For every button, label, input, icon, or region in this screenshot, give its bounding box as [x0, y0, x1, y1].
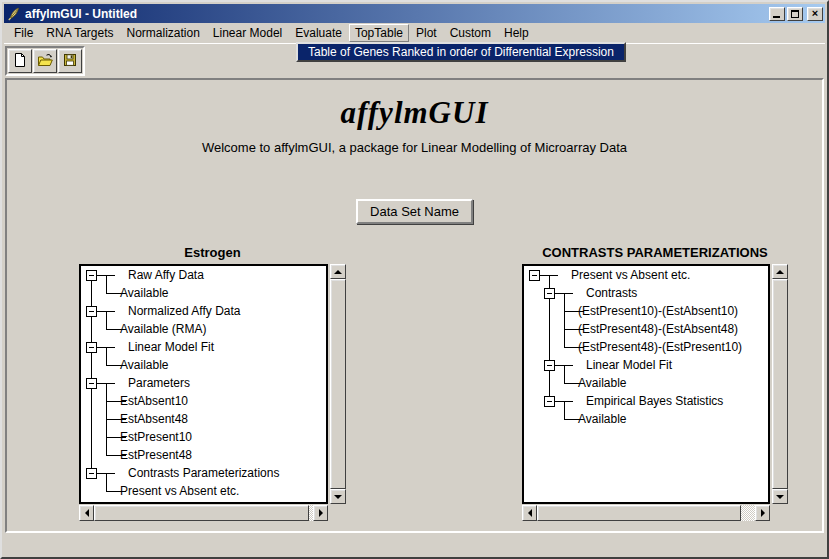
left-tree-node-estpresent10[interactable]: EstPresent10 [120, 429, 192, 445]
welcome-text: Welcome to affylmGUI, a package for Line… [7, 140, 822, 155]
trees-row: Estrogen Raw Affy DataAvailableNormalize… [7, 245, 822, 521]
menu-item-help[interactable]: Help [498, 24, 535, 42]
right-tree-heading: CONTRASTS PARAMETERIZATIONS [522, 245, 788, 261]
main-panel: affylmGUI Welcome to affylmGUI, a packag… [5, 78, 824, 533]
left-tree-panel: Estrogen Raw Affy DataAvailableNormalize… [79, 245, 346, 521]
save-file-button[interactable] [58, 49, 82, 73]
menu-item-linear-model[interactable]: Linear Model [207, 24, 288, 42]
right-vertical-scroll-thumb[interactable] [772, 279, 788, 489]
app-window: affylmGUI - Untitled × FileRNA TargetsNo… [0, 0, 829, 559]
right-tree-canvas[interactable]: Present vs Absent etc.Contrasts(EstPrese… [522, 264, 770, 504]
right-tree-node-estpresent10-estabsent10[interactable]: (EstPresent10)-(EstAbsent10) [578, 303, 738, 319]
left-tree-node-available-rma[interactable]: Available (RMA) [120, 321, 206, 337]
up-arrow-icon [334, 270, 342, 274]
left-tree-node-linear-model-fit[interactable]: Linear Model Fit [128, 339, 214, 355]
data-set-name-button[interactable]: Data Set Name [356, 199, 473, 224]
new-document-icon [12, 52, 28, 71]
down-arrow-icon [776, 495, 784, 499]
close-button[interactable]: × [807, 7, 823, 21]
maximize-icon [791, 10, 799, 18]
left-horizontal-scroll-track[interactable] [94, 505, 313, 521]
left-tree-canvas[interactable]: Raw Affy DataAvailableNormalized Affy Da… [79, 264, 328, 504]
left-scroll-up-button[interactable] [330, 264, 346, 279]
toolbar-frame [5, 46, 85, 76]
left-tree-node-estabsent48[interactable]: EstAbsent48 [120, 411, 188, 427]
left-scroll-right-button[interactable] [313, 505, 328, 521]
menubar: FileRNA TargetsNormalizationLinear Model… [4, 23, 825, 44]
left-tree-node-contrasts-parameterizations[interactable]: Contrasts Parameterizations [128, 465, 279, 481]
left-tree-node-estpresent48[interactable]: EstPresent48 [120, 447, 192, 463]
right-tree-node-linear-model-fit[interactable]: Linear Model Fit [586, 357, 672, 373]
minimize-icon [773, 16, 780, 18]
left-horizontal-scrollbar[interactable] [79, 505, 328, 521]
new-file-button[interactable] [8, 49, 32, 73]
left-tree-widget: Raw Affy DataAvailableNormalized Affy Da… [79, 264, 346, 521]
right-arrow-icon [319, 509, 323, 517]
left-vertical-scroll-thumb[interactable] [330, 279, 346, 489]
left-arrow-icon [85, 509, 89, 517]
left-tree-node-available[interactable]: Available [120, 285, 168, 301]
right-tree-node-empirical-bayes-statistics[interactable]: Empirical Bayes Statistics [586, 393, 723, 409]
open-folder-icon [37, 52, 54, 71]
left-vertical-scrollbar[interactable] [330, 264, 346, 504]
right-horizontal-scrollbar[interactable] [522, 505, 770, 521]
client-area: affylmGUI Welcome to affylmGUI, a packag… [4, 44, 825, 555]
right-tree-lines [524, 266, 768, 502]
left-scroll-down-button[interactable] [330, 489, 346, 504]
minimize-button[interactable] [769, 7, 785, 21]
left-tree-node-parameters[interactable]: Parameters [128, 375, 190, 391]
left-tree-node-present-vs-absent-etc[interactable]: Present vs Absent etc. [120, 483, 239, 499]
right-scroll-left-button[interactable] [522, 505, 537, 521]
right-scroll-down-button[interactable] [772, 489, 788, 504]
left-tree-node-raw-affy-data[interactable]: Raw Affy Data [128, 267, 204, 283]
menu-item-file[interactable]: File [8, 24, 39, 42]
right-scroll-up-button[interactable] [772, 264, 788, 279]
menu-item-evaluate[interactable]: Evaluate [289, 24, 348, 42]
left-horizontal-scroll-thumb[interactable] [94, 505, 309, 521]
left-scroll-left-button[interactable] [79, 505, 94, 521]
left-arrow-icon [528, 509, 532, 517]
toptable-dropdown-menu: Table of Genes Ranked in order of Differ… [296, 42, 626, 62]
right-tree-node-available[interactable]: Available [578, 375, 626, 391]
right-tree-panel: CONTRASTS PARAMETERIZATIONS Present vs A… [522, 245, 788, 521]
right-arrow-icon [761, 509, 765, 517]
right-tree-node-estpresent48-estabsent48[interactable]: (EstPresent48)-(EstAbsent48) [578, 321, 738, 337]
menu-item-custom[interactable]: Custom [444, 24, 497, 42]
titlebar[interactable]: affylmGUI - Untitled × [4, 4, 825, 23]
menu-item-toptable[interactable]: TopTable [349, 24, 409, 42]
right-horizontal-scroll-track[interactable] [537, 505, 755, 521]
window-controls: × [769, 7, 823, 21]
left-tree-heading: Estrogen [79, 245, 346, 261]
app-feather-icon [6, 6, 22, 21]
left-tree-node-available[interactable]: Available [120, 357, 168, 373]
right-tree-node-present-vs-absent-etc[interactable]: Present vs Absent etc. [571, 267, 690, 283]
down-arrow-icon [334, 495, 342, 499]
right-horizontal-scroll-thumb[interactable] [537, 505, 741, 521]
left-tree-node-estabsent10[interactable]: EstAbsent10 [120, 393, 188, 409]
right-tree-node-contrasts[interactable]: Contrasts [586, 285, 637, 301]
window-title: affylmGUI - Untitled [25, 7, 137, 21]
menu-item-table-of-genes-ranked-in-order-of-differ[interactable]: Table of Genes Ranked in order of Differ… [298, 44, 624, 60]
save-floppy-icon [62, 52, 78, 71]
menu-item-rna-targets[interactable]: RNA Targets [40, 24, 119, 42]
up-arrow-icon [776, 270, 784, 274]
dataset-button-row: Data Set Name [7, 199, 822, 224]
menu-item-normalization[interactable]: Normalization [121, 24, 206, 42]
maximize-button[interactable] [787, 7, 803, 21]
menu-item-plot[interactable]: Plot [410, 24, 443, 42]
open-file-button[interactable] [33, 49, 57, 73]
close-icon: × [808, 7, 822, 20]
right-tree-node-available[interactable]: Available [578, 411, 626, 427]
right-scroll-right-button[interactable] [755, 505, 770, 521]
right-tree-widget: Present vs Absent etc.Contrasts(EstPrese… [522, 264, 788, 521]
right-vertical-scrollbar[interactable] [772, 264, 788, 504]
app-title: affylmGUI [7, 95, 822, 131]
left-tree-node-normalized-affy-data[interactable]: Normalized Affy Data [128, 303, 241, 319]
right-tree-node-estpresent48-estpresent10[interactable]: (EstPresent48)-(EstPresent10) [578, 339, 742, 355]
